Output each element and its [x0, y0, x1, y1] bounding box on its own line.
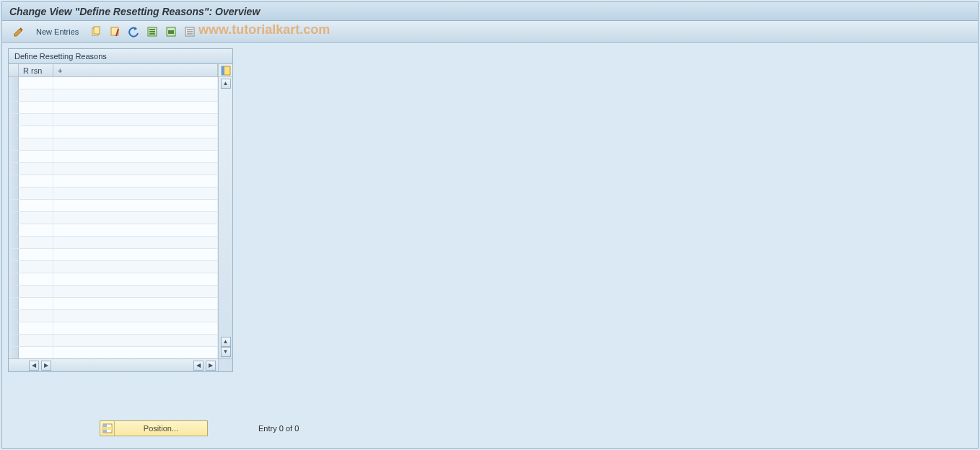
cell-rrsn[interactable] — [19, 175, 53, 187]
table-row[interactable] — [9, 335, 218, 347]
scroll-right-icon[interactable]: ▶ — [41, 361, 51, 371]
cell-plus[interactable] — [53, 273, 218, 285]
cell-plus[interactable] — [53, 224, 218, 236]
row-selector[interactable] — [9, 175, 19, 187]
cell-plus[interactable] — [53, 175, 218, 187]
table-row[interactable] — [9, 310, 218, 322]
cell-plus[interactable] — [53, 249, 218, 260]
cell-rrsn[interactable] — [19, 126, 53, 138]
cell-rrsn[interactable] — [19, 151, 53, 162]
cell-rrsn[interactable] — [19, 114, 53, 125]
cell-rrsn[interactable] — [19, 163, 53, 175]
row-selector[interactable] — [9, 310, 19, 322]
cell-plus[interactable] — [53, 298, 218, 309]
table-row[interactable] — [9, 212, 218, 224]
table-row[interactable] — [9, 163, 218, 175]
cell-plus[interactable] — [53, 347, 218, 358]
row-selector[interactable] — [9, 224, 19, 236]
table-row[interactable] — [9, 322, 218, 335]
cell-rrsn[interactable] — [19, 286, 53, 297]
row-selector[interactable] — [9, 151, 19, 162]
row-selector[interactable] — [9, 347, 19, 358]
cell-plus[interactable] — [53, 77, 218, 89]
cell-rrsn[interactable] — [19, 335, 53, 346]
cell-plus[interactable] — [53, 188, 218, 199]
cell-plus[interactable] — [53, 212, 218, 224]
row-selector[interactable] — [9, 102, 19, 113]
table-row[interactable] — [9, 89, 218, 102]
vertical-scrollbar[interactable]: ▲ ▲ ▼ — [219, 77, 232, 358]
cell-rrsn[interactable] — [19, 102, 53, 113]
row-selector[interactable] — [9, 200, 19, 211]
row-selector[interactable] — [9, 77, 19, 89]
table-row[interactable] — [9, 261, 218, 273]
cell-plus[interactable] — [53, 200, 218, 211]
toggle-display-change-icon[interactable] — [11, 25, 27, 39]
row-selector[interactable] — [9, 249, 19, 260]
table-row[interactable] — [9, 273, 218, 286]
table-row[interactable] — [9, 188, 218, 200]
row-selector[interactable] — [9, 273, 19, 285]
scroll-right2-icon[interactable]: ▶ — [206, 361, 216, 371]
cell-plus[interactable] — [53, 114, 218, 125]
table-row[interactable] — [9, 77, 218, 89]
table-row[interactable] — [9, 175, 218, 188]
cell-plus[interactable] — [53, 237, 218, 248]
scroll-left-icon[interactable]: ◀ — [29, 361, 39, 371]
cell-rrsn[interactable] — [19, 224, 53, 236]
cell-rrsn[interactable] — [19, 249, 53, 260]
cell-plus[interactable] — [53, 335, 218, 346]
cell-plus[interactable] — [53, 89, 218, 101]
table-row[interactable] — [9, 347, 218, 358]
cell-rrsn[interactable] — [19, 200, 53, 211]
table-row[interactable] — [9, 151, 218, 163]
cell-rrsn[interactable] — [19, 188, 53, 199]
row-selector[interactable] — [9, 237, 19, 248]
copy-as-icon[interactable] — [88, 25, 104, 39]
column-header-rrsn[interactable]: R rsn — [19, 64, 53, 76]
cell-plus[interactable] — [53, 286, 218, 297]
row-selector[interactable] — [9, 212, 19, 224]
table-row[interactable] — [9, 114, 218, 126]
table-row[interactable] — [9, 200, 218, 212]
cell-rrsn[interactable] — [19, 138, 53, 150]
cell-rrsn[interactable] — [19, 322, 53, 334]
cell-rrsn[interactable] — [19, 89, 53, 101]
column-header-plus[interactable]: + — [53, 64, 218, 76]
row-selector[interactable] — [9, 114, 19, 125]
table-settings-icon[interactable] — [219, 64, 232, 77]
deselect-all-icon[interactable] — [182, 25, 198, 39]
table-row[interactable] — [9, 126, 218, 138]
row-selector[interactable] — [9, 163, 19, 175]
scroll-left2-icon[interactable]: ◀ — [193, 361, 204, 371]
table-row[interactable] — [9, 249, 218, 261]
delete-icon[interactable] — [107, 25, 123, 39]
cell-rrsn[interactable] — [19, 273, 53, 285]
cell-plus[interactable] — [53, 102, 218, 113]
row-selector[interactable] — [9, 188, 19, 199]
cell-plus[interactable] — [53, 322, 218, 334]
cell-rrsn[interactable] — [19, 212, 53, 224]
table-row[interactable] — [9, 138, 218, 151]
cell-plus[interactable] — [53, 151, 218, 162]
row-selector[interactable] — [9, 322, 19, 334]
table-row[interactable] — [9, 298, 218, 310]
cell-plus[interactable] — [53, 310, 218, 322]
cell-rrsn[interactable] — [19, 77, 53, 89]
cell-rrsn[interactable] — [19, 298, 53, 309]
row-selector[interactable] — [9, 261, 19, 273]
cell-plus[interactable] — [53, 261, 218, 273]
cell-rrsn[interactable] — [19, 347, 53, 358]
position-button[interactable]: Position... — [100, 420, 208, 436]
row-selector[interactable] — [9, 89, 19, 101]
table-row[interactable] — [9, 237, 218, 249]
cell-plus[interactable] — [53, 163, 218, 175]
table-row[interactable] — [9, 286, 218, 298]
new-entries-button[interactable]: New Entries — [30, 25, 85, 39]
select-all-icon[interactable] — [144, 25, 160, 39]
row-selector[interactable] — [9, 335, 19, 346]
cell-rrsn[interactable] — [19, 237, 53, 248]
table-row[interactable] — [9, 224, 218, 237]
row-selector[interactable] — [9, 286, 19, 297]
row-selector-header[interactable] — [9, 64, 19, 76]
